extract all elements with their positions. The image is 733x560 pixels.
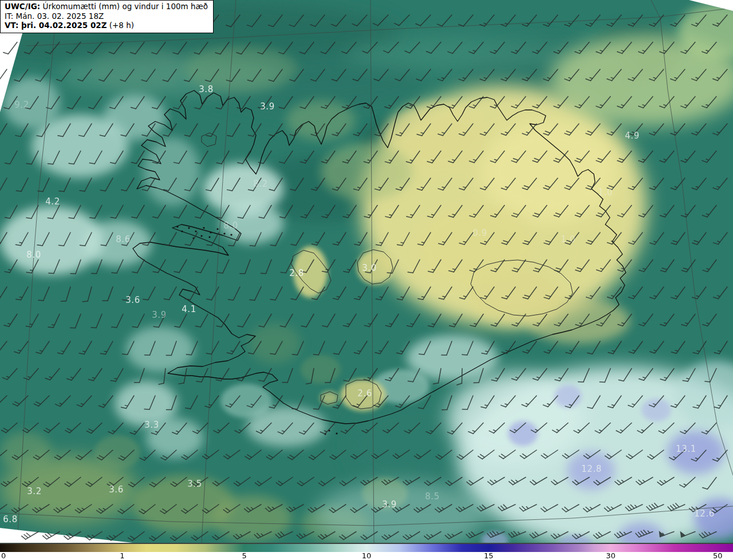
- colorbar-tick-30: 30: [606, 551, 616, 560]
- colorbar-tick-labels: 01510153050: [0, 552, 733, 560]
- init-time-line: IT: Mán. 03. 02. 2025 18Z: [5, 11, 208, 21]
- map-title-box: UWC/IG: Úrkomumætti (mm) og vindur i 100…: [0, 0, 214, 33]
- colorbar-tick-15: 15: [484, 551, 494, 560]
- map-canvas: [0, 0, 733, 543]
- colorbar-tick-10: 10: [362, 551, 372, 560]
- valid-time-bold: VT: þri. 04.02.2025 02Z: [5, 21, 107, 30]
- precip-wind-map: 3.83.99.24.98.21.04.28.00.91.08.68.03.02…: [0, 0, 733, 543]
- map-title-text: Úrkomumætti (mm) og vindur i 100m hæð: [40, 2, 208, 11]
- forecast-offset: (+8 h): [107, 21, 134, 30]
- colorbar: 01510153050: [0, 543, 733, 560]
- colorbar-tick-5: 5: [242, 551, 246, 560]
- weather-map-app: 3.83.99.24.98.21.04.28.00.91.08.68.03.02…: [0, 0, 733, 560]
- colorbar-tick-50: 50: [713, 551, 723, 560]
- product-id: UWC/IG:: [5, 2, 40, 11]
- colorbar-tick-1: 1: [120, 551, 124, 560]
- colorbar-gradient: [0, 544, 733, 552]
- colorbar-tick-0: 0: [1, 551, 6, 560]
- valid-time-line: VT: þri. 04.02.2025 02Z (+8 h): [5, 21, 208, 30]
- map-title-line: UWC/IG: Úrkomumætti (mm) og vindur i 100…: [5, 2, 208, 11]
